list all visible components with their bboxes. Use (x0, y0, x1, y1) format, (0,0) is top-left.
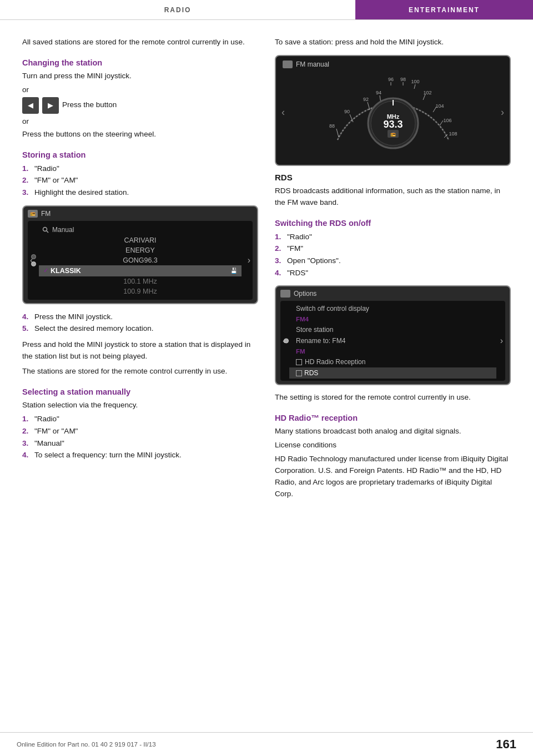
options-inner: ‹ › Switch off control display FM4 Store… (280, 301, 505, 381)
station-list-inner: ‹ › Manual CARIVARI ENERGY GONG96.3 (28, 221, 253, 300)
right-column: To save a station: press and hold the MI… (275, 37, 511, 500)
svg-text:100: 100 (411, 79, 419, 84)
dial-area: ‹ › 88 90 92 (276, 70, 510, 154)
selecting-step-4: 4. To select a frequency: turn the MINI … (22, 449, 258, 461)
dial-svg: 88 90 92 94 96 98 (321, 73, 465, 151)
station-row-100-1: 100.1 MHz (39, 276, 242, 286)
screen-nav-right: › (248, 255, 250, 265)
page-header: RADIO ENTERTAINMENT (0, 0, 533, 20)
selecting-step-2: 2. "FM" or "AM" (22, 425, 258, 437)
dial-nav-left: ‹ (281, 106, 285, 118)
page-number: 161 (496, 737, 516, 752)
changing-station-line1: Turn and press the MINI joystick. (22, 70, 258, 82)
storing-note1: Press and hold the MINI joystick to stor… (22, 339, 258, 362)
hd-radio-row: HD Radio Reception (289, 356, 496, 367)
station-list-screen: 📻 FM ‹ › Manual C (22, 205, 258, 304)
prev-button-icon[interactable] (22, 97, 39, 114)
svg-text:88: 88 (329, 123, 334, 129)
rds-step-4: 4. "RDS" (275, 267, 511, 279)
button-icons-row: Press the button (22, 97, 258, 114)
svg-text:92: 92 (363, 97, 368, 102)
screen-dots-left (31, 254, 36, 266)
selecting-step-1: 1. "Radio" (22, 413, 258, 425)
svg-line-1 (47, 231, 48, 233)
station-row-klassik: ✓ KLASSIK 💾 (39, 265, 242, 276)
store-station-row: Store station (289, 324, 496, 335)
steering-wheel-text: Press the buttons on the steering wheel. (22, 129, 258, 140)
hd-radio-label: HD Radio Reception (305, 358, 365, 366)
options-nav-right: › (500, 336, 503, 346)
or-text-2: or (22, 117, 258, 125)
dial-screen: FM manual ‹ › 88 90 (275, 55, 511, 166)
storing-steps-4-5: 4. Press the MINI joystick. 5. Select th… (22, 311, 258, 335)
storing-steps-list: 1. "Radio" 2. "FM" or "AM" 3. Highlight … (22, 163, 258, 199)
rds-heading: RDS (275, 173, 511, 182)
options-dot (284, 339, 289, 344)
hd-radio-para1: Many stations broadcast both analog and … (275, 426, 511, 437)
svg-line-20 (440, 120, 443, 125)
header-radio-label: RADIO (0, 6, 355, 14)
svg-line-2 (336, 129, 339, 137)
selecting-manually-heading: Selecting a station manually (22, 387, 258, 396)
check-icon: ✓ (43, 267, 48, 274)
hd-radio-heading: HD Radio™ reception (275, 414, 511, 422)
next-button-icon[interactable] (42, 97, 59, 114)
screen-fm-icon: 📻 (28, 210, 38, 218)
dial-screen-icon (283, 61, 293, 68)
selecting-manually-list: 1. "Radio" 2. "FM" or "AM" 3. "Manual" 4… (22, 413, 258, 461)
storing-step-1: 1. "Radio" (22, 163, 258, 175)
footer-online-text: Online Edition for Part no. 01 40 2 919 … (17, 741, 156, 748)
left-column: All saved stations are stored for the re… (22, 37, 258, 500)
hd-radio-para2: License conditions (275, 440, 511, 451)
storing-step-2: 2. "FM" or "AM" (22, 174, 258, 187)
intro-text: All saved stations are stored for the re… (22, 37, 258, 48)
station-row-carivari: CARIVARI (39, 235, 242, 245)
rds-step-3: 3. Open "Options". (275, 255, 511, 267)
rds-step-2: 2. "FM" (275, 243, 511, 255)
svg-text:106: 106 (443, 118, 451, 123)
svg-text:94: 94 (375, 90, 381, 95)
storing-note2: The stations are stored for the remote c… (22, 366, 258, 377)
search-icon (42, 226, 49, 233)
rds-row: RDS (289, 367, 496, 379)
dial-top-bar: FM manual (276, 56, 510, 70)
rename-row: Rename to: FM4 (289, 335, 496, 346)
press-button-label: Press the button (62, 99, 117, 111)
header-entertainment-label: ENTERTAINMENT (355, 0, 533, 19)
station-row-100-9: 100.9 MHz (39, 286, 242, 296)
svg-text:104: 104 (435, 103, 444, 109)
or-text-1: or (22, 85, 258, 94)
rds-step-1: 1. "Radio" (275, 231, 511, 243)
save-station-text: To save a station: press and hold the MI… (275, 37, 511, 48)
fm-category: FM (289, 346, 496, 356)
selecting-manually-intro: Station selection via the frequency. (22, 400, 258, 411)
switch-off-row: Switch off control display (289, 303, 496, 314)
dial-nav-right: › (501, 106, 504, 118)
switching-rds-list: 1. "Radio" 2. "FM" 3. Open "Options". 4.… (275, 231, 511, 279)
storing-step-5: 5. Select the desired memory location. (22, 322, 258, 335)
svg-text:98: 98 (400, 77, 405, 82)
svg-text:📻: 📻 (390, 131, 396, 137)
dial-screen-label: FM manual (296, 61, 329, 68)
options-screen: Options ‹ › Switch off control display F… (275, 285, 511, 385)
klassik-label: KLASSIK (51, 267, 81, 275)
selecting-step-3: 3. "Manual" (22, 437, 258, 450)
storing-station-heading: Storing a station (22, 150, 258, 159)
hd-radio-para3: HD Radio Technology manufactured under l… (275, 453, 511, 500)
switching-rds-heading: Switching the RDS on/off (275, 219, 511, 228)
manual-label: Manual (52, 226, 74, 234)
options-label: Options (294, 290, 316, 298)
svg-point-0 (43, 227, 47, 231)
svg-text:96: 96 (388, 77, 393, 82)
options-screen-icon (280, 290, 290, 298)
storing-step-4: 4. Press the MINI joystick. (22, 311, 258, 323)
fm4-category: FM4 (289, 314, 496, 324)
svg-text:93.3: 93.3 (383, 119, 403, 130)
hd-radio-checkbox (296, 359, 302, 365)
changing-station-heading: Changing the station (22, 58, 258, 67)
options-top-bar: Options (280, 290, 505, 298)
rds-text: RDS broadcasts additional information, s… (275, 185, 511, 209)
svg-line-14 (414, 84, 415, 89)
page-footer: Online Edition for Part no. 01 40 2 919 … (0, 732, 533, 756)
station-manual-row: Manual (39, 224, 242, 235)
